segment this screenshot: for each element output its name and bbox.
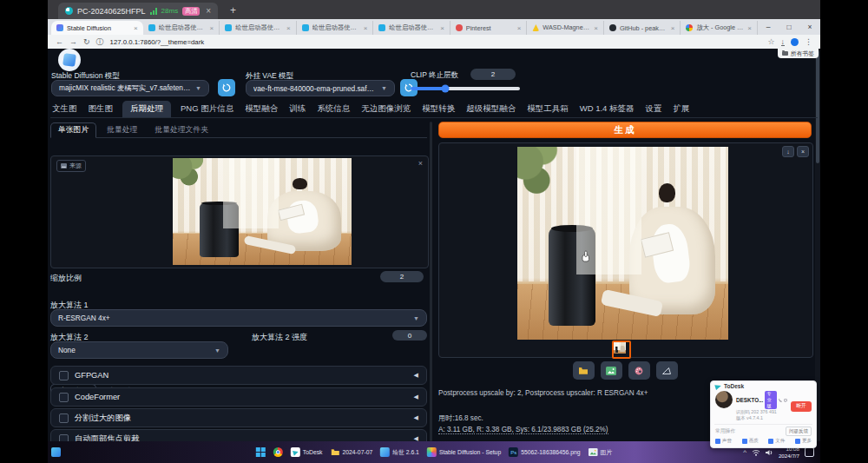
accordion-split-oversized[interactable]: 分割过大的图像 ◀ <box>50 408 427 427</box>
gfpgan-checkbox[interactable] <box>59 371 69 380</box>
close-tab-icon[interactable]: × <box>747 24 752 32</box>
scale-ratio-value[interactable]: 2 <box>380 271 424 282</box>
close-tab-icon[interactable]: × <box>440 24 444 32</box>
tab-wd-tagger[interactable]: WD 1.4 标签器 <box>578 101 636 117</box>
panel-scrollbar[interactable] <box>430 122 432 441</box>
browser-tab-active[interactable]: Stable Diffusion × <box>51 21 143 35</box>
codeformer-checkbox[interactable] <box>59 393 69 402</box>
subtab-single-image[interactable]: 单张图片 <box>50 122 96 138</box>
browser-tab[interactable]: GitHub - peakpointStudio× <box>604 21 681 35</box>
new-session-button[interactable]: + <box>230 4 236 17</box>
close-session-icon[interactable]: × <box>206 6 211 16</box>
clip-skip-value[interactable]: 2 <box>470 69 516 80</box>
open-folder-button[interactable] <box>573 361 595 380</box>
browser-tab[interactable]: WASD-Magne 视频× <box>527 21 604 35</box>
vae-select[interactable]: vae-ft-mse-840000-ema-pruned.safetensors… <box>246 80 395 96</box>
site-info-icon[interactable]: ⓘ <box>96 36 104 48</box>
feedback-button[interactable]: 问题反馈 <box>786 427 812 436</box>
refresh-models-button[interactable] <box>218 79 235 96</box>
accordion-gfpgan[interactable]: GFPGAN ◀ <box>50 366 427 385</box>
send-to-extras-button[interactable] <box>656 361 678 380</box>
taskbar-todesk[interactable]: ToDesk <box>291 447 323 457</box>
accordion-codeformer[interactable]: CodeFormer ◀ <box>50 387 427 407</box>
save-image-button[interactable] <box>601 361 622 380</box>
browser-tab[interactable]: 绘世启动器使用教程 - 哔哩哔...× <box>143 21 220 35</box>
close-window-icon[interactable]: × <box>799 23 820 31</box>
source-image[interactable] <box>173 158 352 265</box>
phone-icon[interactable] <box>779 398 782 403</box>
slider-thumb[interactable] <box>442 85 450 93</box>
upscaler1-select[interactable]: R-ESRGAN 4x+ ▼ <box>50 309 427 327</box>
close-tab-icon[interactable]: × <box>594 24 598 32</box>
back-icon[interactable]: ← <box>56 37 63 46</box>
close-tab-icon[interactable]: × <box>286 24 291 32</box>
tab-txt2img[interactable]: 文生图 <box>50 101 79 117</box>
tab-model-toolkit[interactable]: 模型工具箱 <box>525 101 570 117</box>
browser-tab[interactable]: 绘世启动器使用教程 - 哔哩哔...× <box>373 21 450 35</box>
tab-train[interactable]: 训练 <box>287 101 307 117</box>
windows-start-icon[interactable] <box>256 447 266 457</box>
model-select[interactable]: majicMIX realistic 麦橘写实_v7.safetensors [… <box>51 80 209 96</box>
todesk-widget-header[interactable]: ToDesk <box>711 381 816 390</box>
tab-extras[interactable]: 后期处理 <box>122 101 171 117</box>
quick-sound[interactable]: 声音 <box>715 438 732 444</box>
disconnect-button[interactable]: 断开 <box>791 401 812 412</box>
bookmark-star-icon[interactable]: ☆ <box>767 37 774 46</box>
close-tab-icon[interactable]: × <box>671 24 675 32</box>
tab-extensions[interactable]: 扩展 <box>672 101 692 117</box>
upscaler2-strength-value[interactable]: 0 <box>392 330 427 341</box>
all-bookmarks-chip[interactable]: 所有书签 <box>778 49 819 58</box>
taskbar-photoshop-file[interactable]: Ps 55062-186386456.png <box>509 447 580 457</box>
taskbar-folder[interactable]: 2024-07-07 <box>330 448 372 456</box>
tab-system-info[interactable]: 系统信息 <box>315 101 352 117</box>
tray-expand-icon[interactable]: ^ <box>743 448 746 456</box>
close-gallery-icon[interactable]: × <box>797 146 809 157</box>
tab-checkpoint-merge[interactable]: 模型融合 <box>243 101 279 117</box>
close-tab-icon[interactable]: × <box>134 24 138 32</box>
quick-files[interactable]: 文件 <box>768 438 785 444</box>
url-text[interactable]: 127.0.0.1:7860/?__theme=dark <box>110 38 205 46</box>
tab-img2img[interactable]: 图生图 <box>87 101 115 117</box>
save-image-icon[interactable]: ↓ <box>782 146 794 157</box>
generate-button[interactable]: 生成 <box>438 122 812 138</box>
profile-avatar[interactable] <box>791 38 799 46</box>
browser-menu-icon[interactable]: ⋮ <box>805 37 812 46</box>
source-image-dropzone[interactable]: 来源 × <box>50 155 429 268</box>
clear-image-icon[interactable]: × <box>418 159 423 168</box>
browser-tab[interactable]: Pinterest× <box>450 21 528 35</box>
taskbar-launcher[interactable]: 绘世 2.6.1 <box>380 447 419 457</box>
maximize-icon[interactable]: □ <box>779 23 799 31</box>
send-to-inpaint-button[interactable] <box>628 361 650 380</box>
close-tab-icon[interactable]: × <box>364 24 368 32</box>
taskbar-pictures[interactable]: 图片 <box>589 448 613 457</box>
accordion-auto-face-crop[interactable]: 自动面部焦点剪裁 ◀ <box>50 429 427 441</box>
subtab-batch-process[interactable]: 批量处理 <box>100 123 144 137</box>
close-tab-icon[interactable]: × <box>210 24 214 32</box>
tab-model-convert[interactable]: 模型转换 <box>420 101 457 117</box>
subtab-batch-folder[interactable]: 批量处理文件夹 <box>148 123 215 137</box>
chat-icon[interactable] <box>784 398 787 403</box>
tab-super-merge[interactable]: 超级模型融合 <box>464 101 517 117</box>
result-image[interactable] <box>517 147 728 340</box>
split-oversized-checkbox[interactable] <box>59 413 69 423</box>
chrome-icon[interactable] <box>273 447 283 457</box>
notification-center-icon[interactable] <box>805 447 814 457</box>
browser-tab[interactable]: 绘世启动器使用教程 - 哔哩哔...× <box>220 21 297 35</box>
clip-skip-slider[interactable] <box>411 87 520 90</box>
remote-session-tab[interactable]: PC-20240625HFPL 28ms 高清 × <box>58 3 218 19</box>
tab-infinite-browser[interactable]: 无边图像浏览 <box>359 101 412 117</box>
quick-more[interactable]: 更多 <box>795 438 812 444</box>
refresh-icon[interactable]: ↻ <box>83 37 90 46</box>
tab-png-info[interactable]: PNG 图片信息 <box>179 101 235 117</box>
volume-icon[interactable] <box>766 449 773 456</box>
close-tab-icon[interactable]: × <box>517 24 522 32</box>
minimize-icon[interactable]: – <box>758 23 779 31</box>
quick-quality[interactable]: 画质 <box>742 438 759 444</box>
widgets-icon[interactable] <box>51 447 61 457</box>
auto-face-crop-checkbox[interactable] <box>59 434 69 442</box>
forward-icon[interactable]: → <box>69 37 77 46</box>
tab-settings[interactable]: 设置 <box>644 101 664 117</box>
upscaler2-select[interactable]: None ▼ <box>50 341 228 359</box>
download-icon[interactable]: ↓ <box>781 38 786 46</box>
gallery-thumbnail-selected[interactable] <box>612 341 631 359</box>
